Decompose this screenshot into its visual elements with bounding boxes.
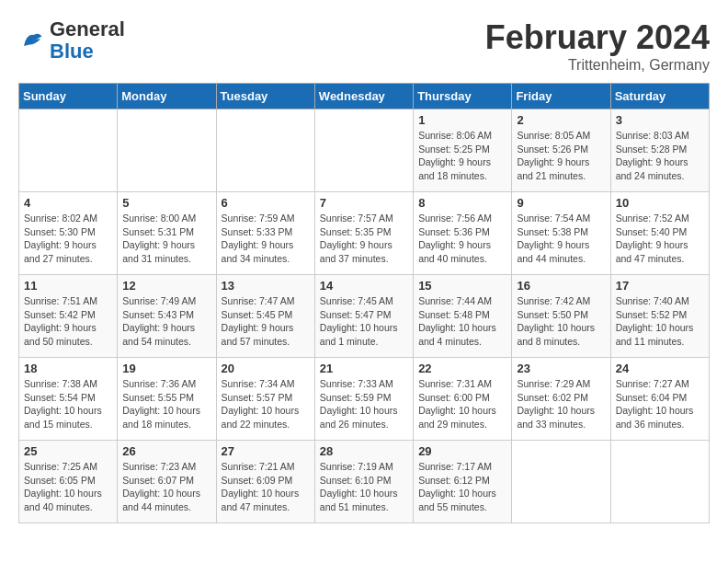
day-number: 5	[122, 196, 210, 210]
weekday-header-tuesday: Tuesday	[216, 84, 314, 109]
day-number: 3	[616, 113, 704, 127]
day-number: 12	[122, 279, 210, 293]
day-number: 11	[24, 279, 112, 293]
calendar-cell: 8Sunrise: 7:56 AM Sunset: 5:36 PM Daylig…	[414, 192, 512, 275]
day-info: Sunrise: 7:31 AM Sunset: 6:00 PM Dayligh…	[418, 377, 506, 431]
calendar-cell: 19Sunrise: 7:36 AM Sunset: 5:55 PM Dayli…	[118, 358, 216, 441]
day-info: Sunrise: 7:27 AM Sunset: 6:04 PM Dayligh…	[616, 377, 704, 431]
day-number: 18	[24, 362, 112, 375]
day-info: Sunrise: 7:23 AM Sunset: 6:07 PM Dayligh…	[122, 460, 210, 514]
calendar-cell	[314, 109, 413, 192]
day-number: 13	[222, 279, 310, 293]
day-info: Sunrise: 7:51 AM Sunset: 5:42 PM Dayligh…	[24, 294, 112, 349]
day-info: Sunrise: 7:44 AM Sunset: 5:48 PM Dayligh…	[418, 294, 506, 349]
calendar-cell: 10Sunrise: 7:52 AM Sunset: 5:40 PM Dayli…	[610, 192, 709, 275]
logo-text: GeneralBlue	[50, 18, 125, 63]
day-info: Sunrise: 7:17 AM Sunset: 6:12 PM Dayligh…	[418, 460, 506, 514]
day-number: 1	[418, 113, 506, 127]
calendar-cell	[610, 441, 709, 523]
day-number: 15	[418, 279, 506, 293]
day-info: Sunrise: 7:29 AM Sunset: 6:02 PM Dayligh…	[517, 377, 605, 431]
day-info: Sunrise: 7:21 AM Sunset: 6:09 PM Dayligh…	[222, 460, 310, 514]
calendar-cell: 16Sunrise: 7:42 AM Sunset: 5:50 PM Dayli…	[512, 275, 610, 358]
day-info: Sunrise: 8:05 AM Sunset: 5:26 PM Dayligh…	[517, 129, 605, 183]
calendar-cell: 25Sunrise: 7:25 AM Sunset: 6:05 PM Dayli…	[19, 441, 118, 523]
calendar-cell: 1Sunrise: 8:06 AM Sunset: 5:25 PM Daylig…	[414, 109, 512, 192]
calendar-week-row: 18Sunrise: 7:38 AM Sunset: 5:54 PM Dayli…	[19, 358, 710, 441]
calendar-cell: 21Sunrise: 7:33 AM Sunset: 5:59 PM Dayli…	[314, 358, 413, 441]
weekday-header-sunday: Sunday	[19, 84, 118, 109]
title-block: February 2024 Trittenheim, Germany	[485, 18, 710, 74]
day-info: Sunrise: 7:57 AM Sunset: 5:35 PM Dayligh…	[320, 212, 408, 266]
day-number: 14	[320, 279, 408, 293]
day-number: 6	[222, 196, 310, 210]
day-info: Sunrise: 7:52 AM Sunset: 5:40 PM Dayligh…	[616, 212, 704, 266]
calendar-cell: 6Sunrise: 7:59 AM Sunset: 5:33 PM Daylig…	[216, 192, 314, 275]
day-info: Sunrise: 7:54 AM Sunset: 5:38 PM Dayligh…	[517, 212, 605, 266]
calendar-subtitle: Trittenheim, Germany	[485, 57, 710, 74]
day-number: 19	[122, 362, 210, 375]
day-info: Sunrise: 7:33 AM Sunset: 5:59 PM Dayligh…	[320, 377, 408, 431]
calendar-cell: 12Sunrise: 7:49 AM Sunset: 5:43 PM Dayli…	[118, 275, 216, 358]
calendar-cell: 18Sunrise: 7:38 AM Sunset: 5:54 PM Dayli…	[19, 358, 118, 441]
day-info: Sunrise: 7:59 AM Sunset: 5:33 PM Dayligh…	[222, 212, 310, 266]
day-info: Sunrise: 7:40 AM Sunset: 5:52 PM Dayligh…	[616, 294, 704, 349]
day-info: Sunrise: 7:19 AM Sunset: 6:10 PM Dayligh…	[320, 460, 408, 514]
weekday-header-monday: Monday	[118, 84, 216, 109]
calendar-cell: 11Sunrise: 7:51 AM Sunset: 5:42 PM Dayli…	[19, 275, 118, 358]
day-info: Sunrise: 7:25 AM Sunset: 6:05 PM Dayligh…	[24, 460, 112, 514]
calendar-cell: 14Sunrise: 7:45 AM Sunset: 5:47 PM Dayli…	[314, 275, 413, 358]
day-number: 20	[222, 362, 310, 375]
day-number: 28	[320, 444, 408, 458]
day-number: 16	[517, 279, 605, 293]
page-header: GeneralBlue February 2024 Trittenheim, G…	[18, 18, 710, 74]
calendar-cell: 23Sunrise: 7:29 AM Sunset: 6:02 PM Dayli…	[512, 358, 610, 441]
day-info: Sunrise: 7:42 AM Sunset: 5:50 PM Dayligh…	[517, 294, 605, 349]
calendar-cell: 5Sunrise: 8:00 AM Sunset: 5:31 PM Daylig…	[118, 192, 216, 275]
weekday-header-row: SundayMondayTuesdayWednesdayThursdayFrid…	[19, 84, 710, 109]
logo: GeneralBlue	[18, 18, 125, 63]
day-info: Sunrise: 8:02 AM Sunset: 5:30 PM Dayligh…	[24, 212, 112, 266]
calendar-cell: 17Sunrise: 7:40 AM Sunset: 5:52 PM Dayli…	[610, 275, 709, 358]
calendar-cell: 29Sunrise: 7:17 AM Sunset: 6:12 PM Dayli…	[414, 441, 512, 523]
calendar-cell	[118, 109, 216, 192]
calendar-week-row: 1Sunrise: 8:06 AM Sunset: 5:25 PM Daylig…	[19, 109, 710, 192]
weekday-header-saturday: Saturday	[610, 84, 709, 109]
day-info: Sunrise: 7:36 AM Sunset: 5:55 PM Dayligh…	[122, 377, 210, 431]
calendar-cell: 3Sunrise: 8:03 AM Sunset: 5:28 PM Daylig…	[610, 109, 709, 192]
day-number: 24	[616, 362, 704, 375]
day-number: 29	[418, 444, 506, 458]
calendar-cell: 28Sunrise: 7:19 AM Sunset: 6:10 PM Dayli…	[314, 441, 413, 523]
day-info: Sunrise: 7:45 AM Sunset: 5:47 PM Dayligh…	[320, 294, 408, 349]
calendar-cell: 2Sunrise: 8:05 AM Sunset: 5:26 PM Daylig…	[512, 109, 610, 192]
day-number: 27	[222, 444, 310, 458]
day-number: 26	[122, 444, 210, 458]
calendar-week-row: 11Sunrise: 7:51 AM Sunset: 5:42 PM Dayli…	[19, 275, 710, 358]
day-info: Sunrise: 8:03 AM Sunset: 5:28 PM Dayligh…	[616, 129, 704, 183]
calendar-cell: 26Sunrise: 7:23 AM Sunset: 6:07 PM Dayli…	[118, 441, 216, 523]
weekday-header-wednesday: Wednesday	[314, 84, 413, 109]
day-info: Sunrise: 7:34 AM Sunset: 5:57 PM Dayligh…	[222, 377, 310, 431]
calendar-week-row: 25Sunrise: 7:25 AM Sunset: 6:05 PM Dayli…	[19, 441, 710, 523]
day-number: 10	[616, 196, 704, 210]
day-info: Sunrise: 7:56 AM Sunset: 5:36 PM Dayligh…	[418, 212, 506, 266]
calendar-cell	[19, 109, 118, 192]
calendar-cell: 15Sunrise: 7:44 AM Sunset: 5:48 PM Dayli…	[414, 275, 512, 358]
calendar-cell: 7Sunrise: 7:57 AM Sunset: 5:35 PM Daylig…	[314, 192, 413, 275]
logo-icon	[18, 27, 46, 54]
calendar-week-row: 4Sunrise: 8:02 AM Sunset: 5:30 PM Daylig…	[19, 192, 710, 275]
calendar-cell: 20Sunrise: 7:34 AM Sunset: 5:57 PM Dayli…	[216, 358, 314, 441]
calendar-title: February 2024	[485, 18, 710, 57]
day-number: 4	[24, 196, 112, 210]
day-info: Sunrise: 7:38 AM Sunset: 5:54 PM Dayligh…	[24, 377, 112, 431]
calendar-cell	[216, 109, 314, 192]
calendar-cell: 22Sunrise: 7:31 AM Sunset: 6:00 PM Dayli…	[414, 358, 512, 441]
day-number: 17	[616, 279, 704, 293]
day-number: 8	[418, 196, 506, 210]
day-number: 21	[320, 362, 408, 375]
calendar-cell: 9Sunrise: 7:54 AM Sunset: 5:38 PM Daylig…	[512, 192, 610, 275]
day-info: Sunrise: 8:00 AM Sunset: 5:31 PM Dayligh…	[122, 212, 210, 266]
calendar-cell: 4Sunrise: 8:02 AM Sunset: 5:30 PM Daylig…	[19, 192, 118, 275]
calendar-cell: 27Sunrise: 7:21 AM Sunset: 6:09 PM Dayli…	[216, 441, 314, 523]
day-number: 9	[517, 196, 605, 210]
